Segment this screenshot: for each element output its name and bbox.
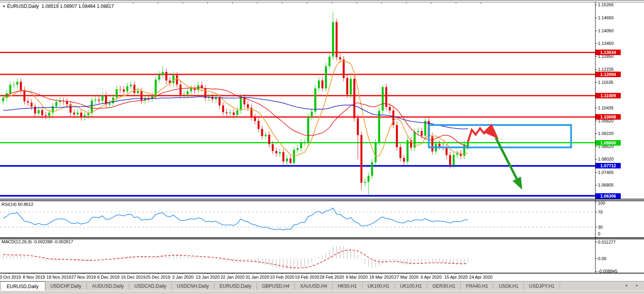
- candle-body: [41, 110, 43, 115]
- price-level-badge: 1.12004: [596, 72, 621, 77]
- panel-separator: [0, 200, 644, 201]
- candle-body: [13, 85, 15, 85]
- rsi-axis-tick: 100: [598, 201, 605, 205]
- chart-tab-usdcnh-daily[interactable]: USDCNH,Daily: [172, 283, 214, 289]
- price-axis-tick: 1.15265: [598, 2, 614, 7]
- chart-tab-eurusd-daily[interactable]: EURUSD,Daily: [0, 281, 45, 291]
- chart-tab-uk100-h1[interactable]: UK100,H1: [395, 283, 427, 289]
- chart-tab-usdchf-daily[interactable]: USDCHF,Daily: [45, 283, 87, 289]
- chart-tab-fra40-h1[interactable]: FRA40,H1: [461, 283, 493, 289]
- price-axis-tick: 1.13450: [598, 41, 614, 46]
- chart-tab-usdcad-daily[interactable]: USDCAD,Daily: [129, 283, 172, 289]
- candle-body: [158, 75, 160, 80]
- candle-body: [180, 85, 182, 95]
- chart-tab-audusd-daily[interactable]: AUDUSD,Daily: [87, 283, 129, 289]
- rsi-axis-tick: 30: [598, 225, 603, 229]
- chart-tab-hk50-h1[interactable]: HK50,H1: [333, 283, 363, 289]
- date-axis-label: 30 Oct 2019: [0, 275, 21, 279]
- candle-body: [109, 103, 111, 104]
- candle-body: [300, 142, 302, 148]
- collapse-triangle-icon[interactable]: ▼: [2, 5, 6, 8]
- candle-body: [123, 89, 125, 91]
- date-axis-label: 28 Feb 2020: [320, 275, 344, 279]
- candle-body: [2, 98, 4, 101]
- candle-body: [417, 131, 419, 132]
- candle-body: [378, 111, 380, 142]
- chart-canvas[interactable]: [0, 0, 644, 294]
- chart-tab-xauusd-h4[interactable]: XAUUSD,H4: [295, 283, 333, 289]
- candle-body: [48, 113, 50, 116]
- candle-body: [95, 100, 97, 100]
- price-axis-tick: 1.14650: [598, 15, 614, 20]
- down-arrow-annotation: [496, 138, 519, 184]
- candle-body: [137, 91, 139, 93]
- rsi-indicator-label: RSI(14) 50.8612: [2, 202, 34, 207]
- price-axis-tick: 1.14050: [598, 28, 614, 33]
- chart-tab-gbpusd-h4[interactable]: GBPUSD,H4: [257, 283, 295, 289]
- candle-body: [38, 110, 40, 114]
- price-level-badge: 1.13034: [596, 50, 621, 55]
- date-axis-label: 13 Jan 2020: [196, 275, 220, 279]
- candle-body: [141, 91, 143, 100]
- candle-body: [357, 118, 359, 135]
- price-level-badge: 1.06306: [596, 193, 621, 199]
- candle-body: [127, 86, 128, 92]
- chart-tab-uk100-h1[interactable]: UK100,H1: [363, 283, 395, 289]
- macd-axis-tick: 0.00: [598, 256, 606, 261]
- candle-body: [261, 129, 263, 136]
- candle-body: [400, 147, 402, 158]
- chart-tab-eurusd-daily[interactable]: EURUSD,Daily: [214, 283, 257, 289]
- candle-body: [424, 121, 426, 135]
- panel-separator: [0, 237, 644, 238]
- candle-body: [396, 125, 398, 147]
- candle-body: [275, 151, 277, 153]
- price-axis-tick: 1.08020: [598, 157, 614, 161]
- date-axis-label: 9 Mar 2020: [346, 275, 368, 279]
- candle-body: [84, 115, 86, 117]
- candle-body: [205, 88, 207, 98]
- window-top-edge: [0, 0, 644, 1]
- candle-body: [463, 144, 465, 156]
- chart-tab-ger30-h1[interactable]: GER30,H1: [427, 283, 461, 289]
- candle-body: [229, 113, 231, 113]
- candle-body: [371, 162, 373, 176]
- date-axis-label: 16 Dec 2019: [121, 275, 145, 279]
- trading-app-window: ▼EURUSD,Daily 1.08519 1.08907 1.08464 1.…: [0, 0, 644, 294]
- candle-body: [9, 85, 11, 93]
- date-axis-label: 15 Apr 2020: [444, 275, 467, 279]
- candle-body: [240, 97, 242, 110]
- rsi-axis-tick: 70: [598, 210, 603, 214]
- price-axis-tick: 1.11635: [598, 80, 613, 85]
- panel-separator: [0, 239, 644, 239]
- candle-body: [219, 97, 221, 105]
- candle-body: [45, 115, 47, 116]
- candle-body: [183, 94, 185, 95]
- candle-body: [233, 113, 235, 115]
- chart-tab-usoil-h1[interactable]: USOil,H1: [493, 283, 524, 289]
- chart-header: ▼EURUSD,Daily 1.08519 1.08907 1.08464 1.…: [2, 4, 114, 9]
- price-level-badge: 1.08800: [596, 140, 621, 146]
- tab-scroll-right-icon[interactable]: ▸: [636, 283, 638, 287]
- candle-body: [311, 112, 313, 117]
- candle-body: [56, 102, 58, 106]
- date-axis-label: 8 Nov 2019: [23, 275, 45, 279]
- candle-body: [236, 110, 238, 115]
- candle-body: [134, 85, 136, 93]
- candle-body: [31, 103, 33, 107]
- ohlc-low: 1.08464: [78, 4, 95, 9]
- candlesticks: [2, 12, 469, 195]
- moving-average-line: [3, 97, 468, 129]
- candle-body: [91, 100, 93, 113]
- candle-body: [315, 89, 316, 112]
- price-level-badge: 1.10008: [596, 114, 621, 120]
- candle-body: [247, 104, 249, 108]
- candle-body: [350, 79, 352, 94]
- chart-tab-usdjpy-h1[interactable]: USDJPY,H1: [524, 283, 560, 289]
- tab-scroll-left-icon[interactable]: ◂: [625, 283, 627, 287]
- candle-body: [166, 72, 168, 81]
- date-axis-label: 6 Apr 2020: [421, 275, 441, 279]
- candle-body: [332, 22, 334, 57]
- candle-body: [456, 153, 458, 155]
- price-level-badge: 1.11009: [596, 93, 621, 98]
- date-axis-label: 10 Feb 2020: [270, 275, 294, 279]
